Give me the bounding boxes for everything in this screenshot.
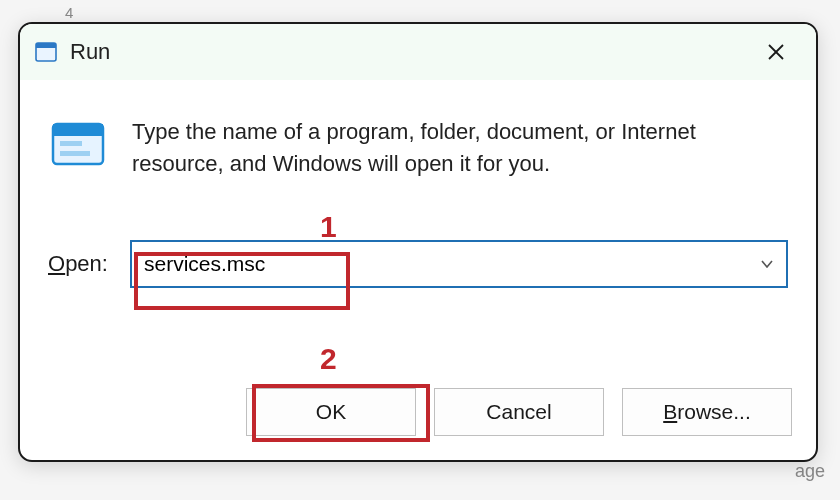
button-row: OK Cancel Browse... (246, 388, 792, 436)
background-fragment-right: age (795, 461, 825, 482)
annotation-number-2: 2 (320, 342, 337, 376)
dialog-title: Run (70, 39, 754, 65)
open-row: Open: (48, 240, 788, 288)
chevron-down-icon[interactable] (752, 256, 774, 272)
svg-rect-6 (60, 141, 82, 146)
ok-button[interactable]: OK (246, 388, 416, 436)
titlebar: Run (20, 24, 816, 80)
open-combobox[interactable] (130, 240, 788, 288)
background-fragment-top: 4 (65, 4, 73, 21)
dialog-body: Type the name of a program, folder, docu… (20, 80, 816, 288)
run-body-icon (48, 116, 108, 172)
open-label: Open: (48, 251, 108, 277)
cancel-button[interactable]: Cancel (434, 388, 604, 436)
dialog-description: Type the name of a program, folder, docu… (132, 116, 752, 180)
run-dialog: Run Type the name of a program, folder, … (18, 22, 818, 462)
run-title-icon (34, 41, 58, 63)
info-row: Type the name of a program, folder, docu… (48, 116, 788, 180)
open-input[interactable] (144, 252, 752, 276)
svg-rect-7 (60, 151, 90, 156)
svg-rect-5 (53, 124, 103, 136)
browse-button[interactable]: Browse... (622, 388, 792, 436)
close-button[interactable] (754, 30, 798, 74)
close-icon (767, 43, 785, 61)
svg-rect-1 (36, 43, 56, 48)
